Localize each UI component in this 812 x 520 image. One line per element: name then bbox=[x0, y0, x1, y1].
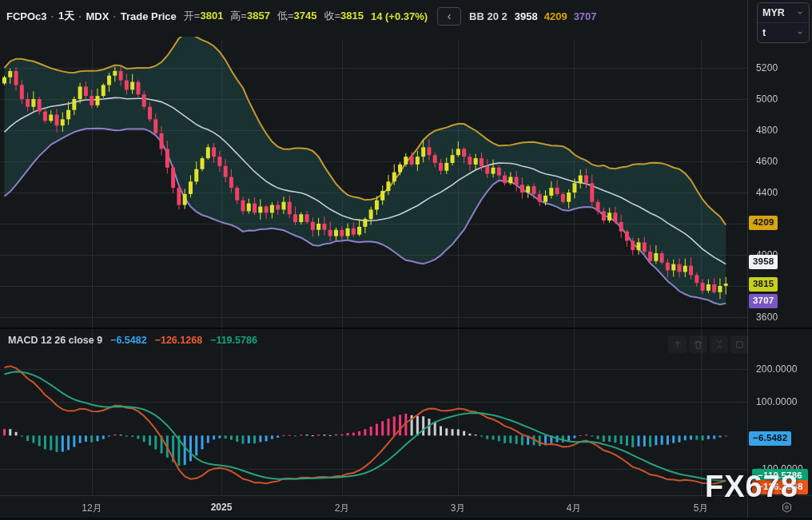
macd-signal-value: −119.5786 bbox=[210, 335, 257, 346]
maximize-pane-icon bbox=[734, 339, 745, 350]
chart-window: FCPOc3 · 1天 · MDX · Trade Price 开=3801 高… bbox=[0, 0, 812, 520]
ohlc-open: 开=3801 bbox=[184, 9, 224, 23]
macd-line-value: −126.1268 bbox=[155, 335, 202, 346]
separator: · bbox=[51, 10, 54, 22]
bb-upper-price-badge: 4209 bbox=[749, 216, 778, 230]
bb-legend-title[interactable]: BB 20 2 bbox=[469, 10, 508, 22]
macd-tick-label: 100.0000 bbox=[756, 396, 798, 407]
chart-canvas[interactable] bbox=[0, 0, 812, 520]
collapse-legend-button[interactable]: ‹ bbox=[437, 7, 461, 26]
exchange-label[interactable]: MDX bbox=[86, 10, 109, 22]
time-axis-settings-button[interactable] bbox=[776, 499, 797, 516]
collapse-pane-icon bbox=[714, 339, 725, 350]
interval-label[interactable]: 1天 bbox=[58, 9, 74, 23]
price-tick-label: 5000 bbox=[756, 93, 778, 105]
macd-tick-label: 200.0000 bbox=[756, 363, 798, 375]
last-price-badge: 3815 bbox=[749, 277, 778, 292]
price-tick-label: 3600 bbox=[756, 312, 778, 323]
price-tick-label: 5200 bbox=[756, 62, 778, 73]
price-tick-label: 4600 bbox=[756, 156, 778, 167]
separator: · bbox=[113, 10, 116, 22]
separator: · bbox=[78, 10, 82, 22]
change-value: 14 (+0.37%) bbox=[371, 10, 428, 22]
price-tick-label: 4800 bbox=[756, 125, 778, 136]
ohlc-low: 低=3745 bbox=[277, 9, 317, 23]
symbol-name[interactable]: FCPOc3 bbox=[6, 10, 47, 22]
unit-value: t bbox=[762, 27, 766, 38]
pane-toolbar bbox=[668, 335, 749, 353]
gear-hexagon-icon bbox=[780, 501, 794, 514]
bb-upper-value: 4209 bbox=[544, 10, 567, 22]
ohlc-high: 高=3857 bbox=[230, 9, 270, 23]
time-tick-label: 4月 bbox=[567, 502, 582, 515]
price-tick-label: 4400 bbox=[756, 187, 778, 198]
bb-lower-price-badge: 3707 bbox=[749, 294, 778, 308]
chevron-left-icon: ‹ bbox=[448, 10, 452, 22]
axis-unit-widget: MYR t bbox=[757, 2, 810, 43]
currency-value: MYR bbox=[762, 7, 785, 18]
macd-hist-value: −6.5482 bbox=[110, 335, 147, 346]
time-tick-label: 12月 bbox=[82, 502, 102, 515]
unit-dropdown[interactable]: t bbox=[758, 23, 809, 42]
arrow-up-icon bbox=[672, 339, 683, 350]
chevron-down-icon bbox=[796, 29, 804, 37]
series-type-label: Trade Price bbox=[121, 10, 177, 22]
chart-legend: FCPOc3 · 1天 · MDX · Trade Price 开=3801 高… bbox=[6, 6, 603, 26]
time-tick-label: 3月 bbox=[451, 502, 466, 515]
collapse-pane-button[interactable] bbox=[710, 335, 728, 353]
ohlc-close: 收=3815 bbox=[324, 9, 364, 23]
macd-hist-badge: −6.5482 bbox=[749, 431, 791, 446]
macd-line-badge: −126.1268 bbox=[752, 480, 808, 494]
bb-lower-value: 3707 bbox=[574, 10, 597, 22]
macd-legend: MACD 12 26 close 9 −6.5482 −126.1268 −11… bbox=[8, 335, 257, 346]
chevron-down-icon bbox=[796, 9, 804, 17]
trash-icon bbox=[693, 339, 703, 350]
maximize-pane-button[interactable] bbox=[730, 335, 749, 353]
currency-dropdown[interactable]: MYR bbox=[758, 3, 809, 22]
time-tick-label: 2025 bbox=[211, 502, 233, 513]
bb-basis-price-badge: 3958 bbox=[749, 255, 778, 269]
macd-legend-title[interactable]: MACD 12 26 close 9 bbox=[8, 335, 102, 346]
move-pane-up-button[interactable] bbox=[668, 335, 687, 353]
time-tick-label: 2月 bbox=[335, 502, 350, 515]
delete-pane-button[interactable] bbox=[689, 335, 707, 353]
time-tick-label: 5月 bbox=[694, 502, 709, 515]
bb-basis-value: 3958 bbox=[515, 10, 538, 22]
